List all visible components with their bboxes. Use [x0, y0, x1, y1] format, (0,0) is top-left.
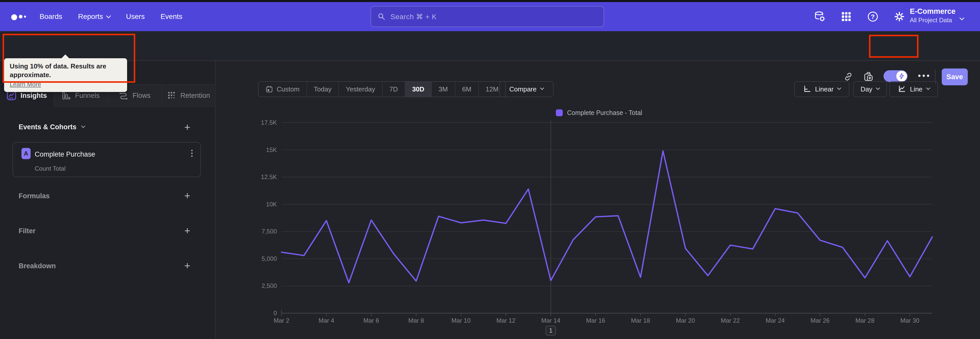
x-tick-label: Mar 18	[631, 317, 650, 324]
event-name[interactable]: Complete Purchase	[35, 150, 95, 158]
breakdown-section-label: Breakdown	[19, 262, 56, 270]
compare-button[interactable]: Compare	[500, 81, 554, 97]
add-to-board-icon[interactable]	[864, 72, 873, 81]
y-tick-label: 2,500	[262, 282, 277, 289]
primary-nav: Boards Reports Users Events	[40, 2, 183, 31]
x-tick-label: Mar 10	[452, 317, 471, 324]
apps-grid-icon[interactable]	[840, 10, 853, 23]
range-3m[interactable]: 3M	[431, 82, 455, 97]
y-tick-label: 12.5K	[261, 173, 277, 181]
chevron-down-icon	[876, 86, 880, 90]
search-placeholder: Search ⌘ + K	[390, 13, 437, 21]
x-tick-label: Mar 2	[274, 317, 289, 324]
x-tick-label: Mar 26	[811, 317, 830, 324]
sampling-toggle-knob	[896, 71, 907, 82]
linear-axis-icon	[803, 85, 811, 93]
chevron-down-icon	[106, 13, 111, 18]
range-custom[interactable]: Custom	[259, 82, 307, 97]
project-name: E-Commerce	[910, 6, 956, 16]
range-yesterday[interactable]: Yesterday	[339, 82, 382, 97]
y-tick-label: 10K	[266, 201, 277, 208]
sampling-toggle[interactable]	[883, 70, 907, 82]
x-tick-label: Mar 6	[363, 317, 379, 324]
chevron-down-icon	[540, 86, 544, 90]
filter-section-label: Filter	[19, 227, 35, 235]
search-input[interactable]: Search ⌘ + K	[371, 6, 604, 27]
scale-dropdown[interactable]: Linear	[794, 81, 850, 97]
nav-boards[interactable]: Boards	[40, 13, 62, 21]
nav-reports[interactable]: Reports	[78, 13, 110, 21]
data-management-icon[interactable]	[814, 10, 826, 23]
lightning-bolt-icon	[898, 73, 905, 80]
x-tick-label: Mar 12	[496, 317, 515, 324]
top-nav: Boards Reports Users Events Search ⌘ + K	[0, 2, 980, 31]
tab-retention[interactable]: Retention	[162, 84, 216, 107]
event-metric[interactable]: Count Total	[35, 165, 65, 172]
x-tick-label: Mar 22	[721, 317, 740, 324]
y-tick-label: 5,000	[262, 255, 277, 262]
project-chevron-down-icon	[959, 15, 964, 21]
add-breakdown-button[interactable]: +	[182, 260, 193, 271]
x-tick-label: Mar 8	[408, 317, 424, 324]
add-formula-button[interactable]: +	[182, 190, 193, 201]
event-card[interactable]: A Complete Purchase Count Total	[13, 142, 201, 177]
x-tick-label: Mar 24	[765, 317, 785, 324]
settings-gear-icon[interactable]	[893, 10, 905, 23]
tooltip-arrow	[61, 54, 69, 59]
legend-swatch	[556, 109, 563, 116]
window-top-strip	[0, 0, 980, 2]
add-filter-button[interactable]: +	[182, 225, 193, 236]
y-tick-label: 0	[274, 310, 277, 317]
event-menu-icon[interactable]	[191, 150, 192, 157]
learn-more-link[interactable]: Learn More	[10, 81, 121, 88]
range-today[interactable]: Today	[307, 82, 339, 97]
x-tick-label: Mar 30	[900, 317, 920, 324]
tooltip-text: Using 10% of data. Results are approxima…	[10, 62, 121, 79]
x-tick-label: Mar 28	[856, 317, 875, 324]
add-event-button[interactable]: +	[182, 122, 193, 133]
funnels-icon	[62, 91, 71, 100]
chart-type-dropdown[interactable]: Line	[889, 81, 938, 97]
app-root: Boards Reports Users Events Search ⌘ + K	[0, 0, 980, 339]
help-icon[interactable]: ?	[867, 10, 879, 23]
search-icon	[378, 13, 385, 21]
calendar-icon	[266, 85, 273, 93]
nav-events[interactable]: Events	[161, 13, 183, 21]
y-tick-label: 15K	[266, 146, 277, 153]
sampling-tooltip: Using 10% of data. Results are approxima…	[4, 58, 127, 92]
x-tick-label: Mar 4	[318, 317, 334, 324]
annotation-marker[interactable]: 1	[546, 326, 556, 336]
chevron-down-icon	[837, 86, 842, 90]
range-6m[interactable]: 6M	[455, 82, 478, 97]
copy-link-icon[interactable]	[844, 72, 853, 81]
project-scope: All Project Data	[910, 16, 956, 24]
legend-label: Complete Purchase - Total	[567, 109, 642, 117]
series-line[interactable]	[282, 151, 932, 283]
date-range-selector: CustomTodayYesterday7D30D3M6M12M	[258, 81, 506, 97]
chart-legend[interactable]: Complete Purchase - Total	[556, 109, 642, 117]
range-30d[interactable]: 30D	[405, 82, 431, 97]
query-builder-sidebar: Insights Funnels Flows	[0, 61, 216, 339]
chevron-down-icon	[81, 124, 85, 128]
line-chart-icon	[897, 85, 906, 93]
chevron-down-icon	[926, 86, 930, 90]
event-letter-badge: A	[21, 148, 30, 159]
more-options-icon[interactable]	[918, 75, 929, 77]
svg-text:?: ?	[871, 13, 875, 20]
report-title-bar: Untitled Sampled + Add description...	[0, 31, 980, 61]
mixpanel-logo-icon[interactable]	[11, 12, 29, 23]
x-tick-label: Mar 20	[676, 317, 695, 324]
range-7d[interactable]: 7D	[382, 82, 405, 97]
nav-icon-group: ?	[814, 2, 905, 31]
formulas-section-label: Formulas	[19, 192, 50, 200]
insights-icon	[6, 91, 16, 101]
flows-icon	[119, 91, 128, 101]
events-cohorts-header[interactable]: Events & Cohorts	[19, 123, 85, 131]
project-selector[interactable]: E-Commerce All Project Data	[910, 6, 956, 24]
granularity-dropdown[interactable]: Day	[853, 81, 887, 97]
nav-users[interactable]: Users	[126, 13, 145, 21]
y-tick-label: 17.5K	[261, 119, 277, 126]
x-tick-label: Mar 14	[541, 317, 560, 324]
save-button[interactable]: Save	[942, 69, 968, 85]
retention-icon	[167, 91, 177, 100]
